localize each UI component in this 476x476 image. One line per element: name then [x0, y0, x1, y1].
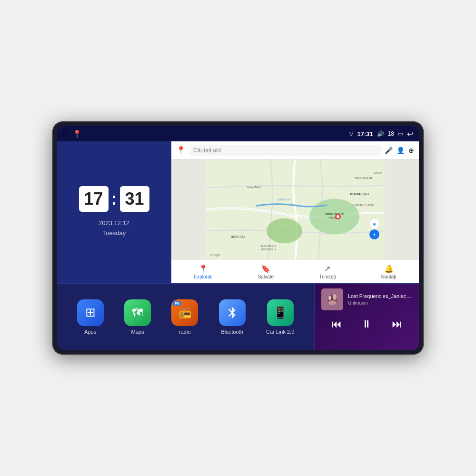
status-right: ▽ 17:31 🔊 18 ▭ ↩ — [349, 129, 413, 139]
app-icon-radio[interactable]: 📻 FM radio — [171, 299, 198, 335]
maps-nav-icon[interactable]: 📍 — [72, 129, 82, 139]
maps-label: Maps — [131, 329, 144, 335]
svg-text:BUCUREȘTI: BUCUREȘTI — [261, 245, 276, 248]
radio-icon-bg: 📻 FM — [171, 299, 198, 326]
bluetooth-icon — [226, 306, 239, 319]
share-label: Trimiteți — [319, 274, 336, 279]
bluetooth-label: Bluetooth — [221, 329, 243, 335]
music-thumbnail — [321, 288, 343, 310]
share-icon: ↗ — [324, 264, 330, 273]
music-info: Lost Frequencies_Janieck Devy-... Unknow… — [348, 293, 412, 306]
svg-text:✦: ✦ — [373, 233, 376, 237]
app-icon-apps[interactable]: ⊞ Apps — [77, 299, 104, 335]
apps-section: ⊞ Apps 🗺 Maps 📻 FM — [57, 284, 314, 350]
svg-text:Splaiul Unii: Splaiul Unii — [278, 198, 290, 201]
map-header: 📍 Căutați aici 🎤 👤 ⊕ — [171, 141, 419, 159]
app-icon-carlink[interactable]: 📱 Car Link 2.0 — [266, 299, 294, 335]
carlink-icon: 📱 — [273, 306, 288, 319]
carlink-label: Car Link 2.0 — [266, 329, 294, 335]
mic-icon[interactable]: 🎤 — [385, 147, 393, 154]
map-footer: 📍 Explorați 🔖 Salvate ↗ Trimiteți 🔔 — [171, 259, 419, 283]
bottom-row: ⊞ Apps 🗺 Maps 📻 FM — [57, 283, 419, 350]
svg-text:BERCENI: BERCENI — [231, 235, 245, 238]
map-pin-icon: 📍 — [176, 146, 186, 155]
map-search-bar[interactable]: Căutați aici — [189, 145, 381, 156]
svg-text:Parcul Natural: Parcul Natural — [325, 212, 344, 215]
album-art — [321, 288, 343, 310]
clock-date: 2023.12.12 Tuesday — [99, 218, 129, 238]
clock-widget: 17 : 31 2023.12.12 Tuesday — [57, 141, 171, 283]
layers-icon[interactable]: ⊕ — [408, 147, 414, 154]
svg-point-15 — [337, 215, 339, 218]
clock-hours: 17 — [79, 186, 109, 212]
map-footer-saved[interactable]: 🔖 Salvate — [258, 264, 274, 279]
app-icon-bluetooth[interactable]: Bluetooth — [219, 299, 246, 335]
radio-label: radio — [179, 329, 190, 335]
battery-icon: ▭ — [398, 130, 403, 137]
svg-point-25 — [333, 294, 337, 300]
music-artist: Unknown — [348, 300, 412, 306]
prev-button[interactable]: ⏮ — [327, 316, 347, 332]
maps-icon: 🗺 — [132, 306, 143, 319]
volume-icon: 🔊 — [377, 130, 384, 137]
device-screen: ⌂ 📍 ▽ 17:31 🔊 18 ▭ ↩ 17 : — [57, 126, 419, 350]
account-icon[interactable]: 👤 — [397, 147, 405, 154]
svg-text:⊕: ⊕ — [373, 222, 377, 227]
svg-point-2 — [267, 218, 302, 244]
saved-label: Salvate — [258, 274, 274, 279]
svg-point-26 — [328, 300, 336, 305]
back-icon[interactable]: ↩ — [407, 129, 413, 139]
home-nav-icon[interactable]: ⌂ — [63, 129, 68, 138]
device-frame: ⌂ 📍 ▽ 17:31 🔊 18 ▭ ↩ 17 : — [52, 121, 424, 355]
status-left: ⌂ 📍 — [63, 129, 82, 139]
map-footer-explore[interactable]: 📍 Explorați — [194, 264, 213, 279]
apps-icon: ⊞ — [85, 305, 96, 320]
news-label: Noutăți — [381, 274, 397, 279]
news-icon: 🔔 — [384, 264, 394, 273]
apps-icon-bg: ⊞ — [77, 299, 104, 326]
status-bar: ⌂ 📍 ▽ 17:31 🔊 18 ▭ ↩ — [57, 126, 419, 141]
maps-icon-bg: 🗺 — [124, 299, 151, 326]
bluetooth-icon-bg — [219, 299, 246, 326]
map-header-icons: 🎤 👤 ⊕ — [385, 147, 414, 154]
explore-label: Explorați — [194, 274, 213, 279]
main-content: 17 : 31 2023.12.12 Tuesday 📍 Căutați aic — [57, 141, 419, 350]
clock-display: 17 : 31 — [79, 186, 149, 212]
svg-text:TRAPEZULUI: TRAPEZULUI — [354, 177, 372, 179]
clock-colon: : — [111, 190, 117, 208]
svg-text:Leroy Merlin: Leroy Merlin — [247, 186, 261, 188]
map-body[interactable]: Parcul Natural Văcărești BUCUREȘTI JUDEȚ… — [171, 159, 419, 259]
svg-text:JUDEȚUL ILFOV: JUDEȚUL ILFOV — [352, 204, 374, 207]
search-text: Căutați aici — [193, 147, 221, 154]
saved-icon: 🔖 — [261, 264, 270, 273]
apps-label: Apps — [84, 329, 96, 335]
carlink-icon-bg: 📱 — [267, 299, 294, 326]
play-pause-button[interactable]: ⏸ — [357, 316, 377, 332]
signal-icon: ▽ — [349, 130, 353, 137]
map-footer-share[interactable]: ↗ Trimiteți — [319, 264, 336, 279]
music-section: Lost Frequencies_Janieck Devy-... Unknow… — [314, 284, 419, 350]
explore-icon: 📍 — [198, 264, 208, 273]
map-footer-news[interactable]: 🔔 Noutăți — [381, 264, 397, 279]
svg-text:Google: Google — [210, 253, 221, 257]
clock-minutes: 31 — [120, 186, 149, 212]
svg-text:SECTORUL 4: SECTORUL 4 — [260, 248, 276, 251]
top-row: 17 : 31 2023.12.12 Tuesday 📍 Căutați aic — [57, 141, 419, 283]
app-icon-maps[interactable]: 🗺 Maps — [124, 299, 151, 335]
svg-text:BUCUREȘTI: BUCUREȘTI — [350, 192, 369, 196]
svg-text:UZANA: UZANA — [374, 171, 382, 174]
svg-point-24 — [328, 296, 331, 300]
music-title: Lost Frequencies_Janieck Devy-... — [348, 293, 412, 299]
map-widget[interactable]: 📍 Căutați aici 🎤 👤 ⊕ — [171, 141, 419, 283]
next-button[interactable]: ⏭ — [387, 316, 407, 332]
music-top: Lost Frequencies_Janieck Devy-... Unknow… — [321, 288, 412, 310]
time-display: 17:31 — [357, 130, 373, 138]
radio-icon: 📻 — [178, 307, 191, 319]
music-controls: ⏮ ⏸ ⏭ — [321, 316, 412, 332]
battery-level: 18 — [388, 130, 394, 137]
